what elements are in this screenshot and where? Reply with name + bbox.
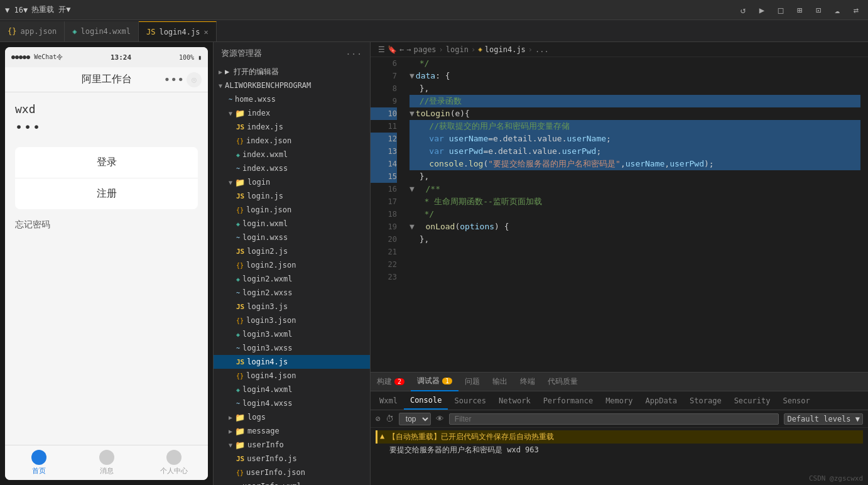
devtools-storage[interactable]: Storage	[683, 392, 728, 410]
devtools-wxml[interactable]: Wxml	[373, 392, 404, 410]
tab-profile[interactable]: 个人中心	[140, 450, 208, 476]
folder-label: message	[247, 427, 279, 435]
nav-dots[interactable]: ••• ◎	[163, 72, 202, 87]
filename: index.json	[246, 136, 291, 145]
js-icon: JS	[236, 455, 244, 463]
play-icon[interactable]: ▶	[755, 3, 769, 17]
devtools-sources[interactable]: Sources	[448, 392, 492, 410]
tab-messages[interactable]: 消息	[73, 450, 141, 476]
explorer-header: 资源管理器 ···	[214, 42, 370, 65]
explorer-menu-icon[interactable]: ···	[346, 49, 362, 58]
console-clear-icon[interactable]: ⊘	[376, 414, 381, 423]
devtools-sensor[interactable]: Sensor	[776, 392, 816, 410]
tab-home[interactable]: 首页	[5, 450, 73, 476]
hotreload-label[interactable]: 热重载 开▼	[31, 4, 70, 15]
code-editor[interactable]: */ ▼data: { }, //登录函数 ▼toLogin(e){ //获取提…	[402, 57, 868, 372]
layout-icon[interactable]: ⊡	[811, 3, 825, 17]
folder-index[interactable]: ▼ 📁 index	[214, 106, 370, 120]
console-levels-dropdown[interactable]: Default levels ▼	[784, 413, 863, 425]
file-index-json[interactable]: {} index.json	[214, 134, 370, 148]
file-login2-json[interactable]: {} login2.json	[214, 258, 370, 272]
chevron-right-icon: ▶	[219, 68, 222, 75]
tab-label: 调试器	[417, 376, 440, 386]
file-index-js[interactable]: JS index.js	[214, 120, 370, 134]
folder-logs[interactable]: ▶ 📁 logs	[214, 410, 370, 424]
tab-code-quality[interactable]: 代码质量	[541, 373, 584, 391]
devtools-console[interactable]: Console	[404, 392, 448, 410]
file-login4-wxml[interactable]: ◈ login4.wxml	[214, 383, 370, 396]
file-login4-json[interactable]: {} login4.json	[214, 369, 370, 383]
forgot-password-link[interactable]: 忘记密码	[15, 219, 198, 231]
tab-app-json[interactable]: {} app.json	[0, 21, 65, 41]
json-icon: {}	[8, 27, 16, 36]
login-button[interactable]: 登录	[15, 147, 198, 178]
devtools-appdata[interactable]: AppData	[639, 392, 683, 410]
file-login-wxss[interactable]: ~ login.wxss	[214, 231, 370, 244]
js-icon: JS	[236, 303, 244, 311]
file-login-json[interactable]: {} login.json	[214, 203, 370, 217]
devtools-network[interactable]: Network	[492, 392, 537, 410]
tab-label: Performance	[543, 396, 593, 405]
filename: login.wxss	[242, 233, 288, 242]
file-login2-js[interactable]: JS login2.js	[214, 244, 370, 258]
tab-build[interactable]: 构建 2	[371, 373, 411, 391]
devtools-performance[interactable]: Performance	[537, 392, 599, 410]
folder-login[interactable]: ▼ 📁 login	[214, 175, 370, 189]
file-login-js[interactable]: JS login.js	[214, 189, 370, 203]
file-userinfo-wxml[interactable]: ◈ userInfo.wxml	[214, 479, 370, 485]
filename: login3.js	[247, 302, 288, 311]
file-login2-wxml[interactable]: ◈ login2.wxml	[214, 272, 370, 286]
console-context-select[interactable]: top	[399, 413, 431, 425]
forward-icon[interactable]: →	[406, 45, 411, 54]
register-button[interactable]: 注册	[15, 178, 198, 209]
messages-tab-label: 消息	[100, 466, 114, 476]
file-login3-json[interactable]: {} login3.json	[214, 313, 370, 327]
console-output: ▲ 【自动热重载】已开启代码文件保存后自动热重载 要提交给服务器的用户名和密码是…	[371, 428, 868, 485]
tab-label: Network	[499, 396, 531, 405]
tab-debugger[interactable]: 调试器 1	[411, 373, 458, 391]
console-filter-input[interactable]	[449, 413, 779, 425]
window-icon[interactable]: □	[774, 3, 788, 17]
file-login4-wxss[interactable]: ~ login4.wxss	[214, 396, 370, 410]
filename: login3.wxss	[242, 344, 292, 352]
open-editors-item[interactable]: ▶ ▶ 打开的编辑器	[214, 65, 370, 79]
folder-userinfo[interactable]: ▼ 📁 userInfo	[214, 438, 370, 452]
grid-icon[interactable]: ⊞	[793, 3, 806, 17]
file-login-wxml[interactable]: ◈ login.wxml	[214, 217, 370, 231]
app-title: 阿里工作台	[82, 73, 132, 86]
back-icon[interactable]: ←	[399, 45, 404, 54]
file-index-wxml[interactable]: ◈ index.wxml	[214, 148, 370, 161]
refresh-icon[interactable]: ↺	[736, 3, 750, 17]
file-index-wxss[interactable]: ~ index.wxss	[214, 161, 370, 175]
watermark-text: CSDN @zgscwxd	[809, 474, 863, 482]
file-home-wxss[interactable]: ~ home.wxss	[214, 92, 370, 106]
console-log-icon[interactable]: ⏱	[386, 414, 394, 423]
devtools-memory[interactable]: Memory	[599, 392, 639, 410]
phone-frame: ●●●●● WeChat令 13:24 100% ▮ 阿里工作台 ••• ◎ w…	[5, 47, 208, 480]
tab-login4-js[interactable]: JS login4.js ✕	[139, 21, 217, 41]
root-folder-item[interactable]: ▼ ALIWORKBENCHPROGRAM	[214, 79, 370, 92]
cloud-icon[interactable]: ☁	[830, 3, 844, 17]
profile-tab-icon	[166, 450, 182, 465]
folder-icon: 📁	[235, 109, 245, 118]
json-icon: {}	[236, 469, 244, 476]
file-login3-wxml[interactable]: ◈ login3.wxml	[214, 327, 370, 341]
file-userinfo-js[interactable]: JS userInfo.js	[214, 452, 370, 466]
breadcrumb: ☰ 🔖 ← → pages › login › ◈ login4.js › ..…	[371, 42, 868, 57]
folder-message[interactable]: ▶ 📁 message	[214, 424, 370, 438]
file-login3-js[interactable]: JS login3.js	[214, 300, 370, 313]
transfer-icon[interactable]: ⇄	[849, 3, 863, 17]
tab-output[interactable]: 输出	[486, 373, 514, 391]
file-login2-wxss[interactable]: ~ login2.wxss	[214, 286, 370, 300]
file-login3-wxss[interactable]: ~ login3.wxss	[214, 341, 370, 355]
tab-terminal[interactable]: 终端	[514, 373, 541, 391]
file-login4-js[interactable]: JS login4.js	[214, 355, 370, 369]
tab-problems[interactable]: 问题	[458, 373, 486, 391]
tab-login4-wxml[interactable]: ◈ login4.wxml	[65, 21, 139, 41]
devtools-security[interactable]: Security	[728, 392, 777, 410]
wxml-icon: ◈	[236, 221, 240, 227]
eye-icon[interactable]: 👁	[436, 414, 444, 423]
file-userinfo-json[interactable]: {} userInfo.json	[214, 466, 370, 479]
tab-close-icon[interactable]: ✕	[203, 28, 208, 36]
tab-label: login4.wxml	[80, 27, 130, 36]
